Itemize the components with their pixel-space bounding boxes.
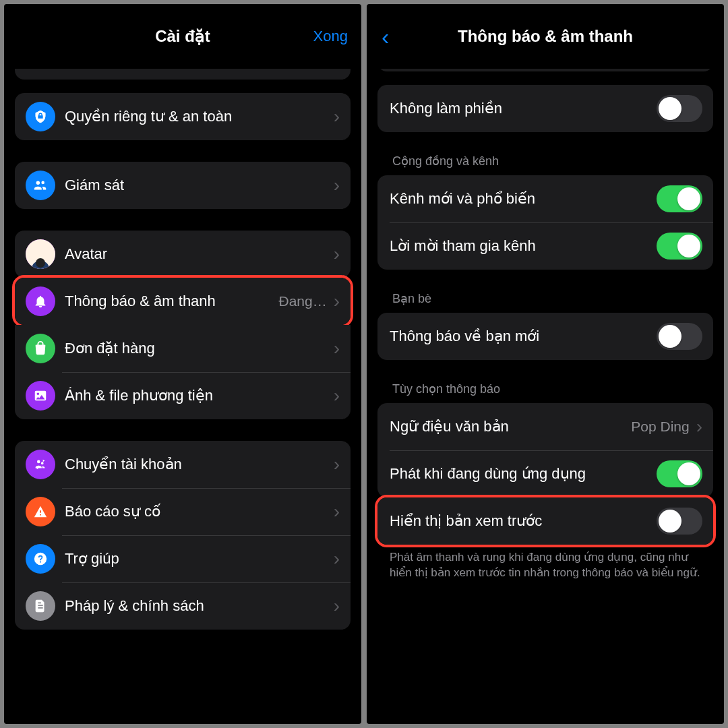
row-label: Ảnh & file phương tiện xyxy=(65,387,331,404)
section-header-community: Cộng đồng và kênh xyxy=(377,154,713,175)
row-orders[interactable]: Đơn đặt hàng › xyxy=(15,325,351,372)
chevron-right-icon: › xyxy=(334,548,340,570)
row-privacy[interactable]: Quyền riêng tư & an toàn › xyxy=(15,93,351,140)
group-peek xyxy=(15,69,351,80)
chevron-right-icon: › xyxy=(334,385,340,406)
row-dnd[interactable]: Không làm phiền xyxy=(377,85,713,132)
row-label: Trợ giúp xyxy=(65,550,331,568)
row-help[interactable]: Trợ giúp › xyxy=(15,535,351,582)
row-label: Đơn đặt hàng xyxy=(65,340,331,357)
settings-content: Quyền riêng tư & an toàn › Giám sát › xyxy=(4,69,361,724)
help-icon xyxy=(26,544,55,574)
image-icon xyxy=(26,381,55,411)
row-label: Avatar xyxy=(65,245,331,263)
row-label: Thông báo & âm thanh xyxy=(65,293,278,310)
row-in-app-sound[interactable]: Phát khi đang dùng ứng dụng xyxy=(377,450,713,497)
settings-group-privacy: Quyền riêng tư & an toàn › xyxy=(15,93,351,140)
row-label: Pháp lý & chính sách xyxy=(65,597,331,615)
chevron-right-icon: › xyxy=(334,501,340,522)
options-footer: Phát âm thanh và rung khi đang dùng ứng … xyxy=(377,545,713,581)
row-label: Giám sát xyxy=(65,177,331,194)
row-label: Hiển thị bản xem trước xyxy=(390,512,657,530)
row-report[interactable]: Báo cáo sự cố › xyxy=(15,488,351,535)
row-notifications[interactable]: Thông báo & âm thanh Đang… › xyxy=(15,278,351,325)
row-avatar[interactable]: Avatar › xyxy=(15,231,351,278)
settings-header: Cài đặt Xong xyxy=(4,4,361,69)
notifications-title: Thông báo & âm thanh xyxy=(458,27,633,46)
notifications-screen: ‹ Thông báo & âm thanh Không làm phiền C… xyxy=(367,4,724,724)
settings-screen: Cài đặt Xong Quyền riêng tư & an toàn › … xyxy=(4,4,361,724)
settings-group-preferences-2: Đơn đặt hàng › Ảnh & file phương tiện › xyxy=(15,325,351,419)
avatar-icon xyxy=(26,239,55,269)
people-icon xyxy=(26,171,55,200)
row-label: Phát khi đang dùng ứng dụng xyxy=(390,465,657,483)
toggle-channel-invites[interactable] xyxy=(657,233,702,260)
row-text-tone[interactable]: Ngữ điệu văn bản Pop Ding › xyxy=(377,403,713,450)
back-button[interactable]: ‹ xyxy=(382,25,389,48)
row-legal[interactable]: Pháp lý & chính sách › xyxy=(15,582,351,630)
chevron-right-icon: › xyxy=(334,106,340,127)
warning-icon xyxy=(26,497,55,526)
highlight-preview: Hiển thị bản xem trước xyxy=(375,495,716,547)
row-label: Báo cáo sự cố xyxy=(65,503,331,520)
group-options: Ngữ điệu văn bản Pop Ding › Phát khi đan… xyxy=(377,403,713,497)
document-icon xyxy=(26,591,55,621)
row-label: Chuyển tài khoản xyxy=(65,456,331,473)
settings-group-supervision: Giám sát › xyxy=(15,162,351,209)
row-detail: Đang… xyxy=(278,293,326,309)
row-media[interactable]: Ảnh & file phương tiện › xyxy=(15,372,351,419)
section-header-options: Tùy chọn thông báo xyxy=(377,382,713,403)
lock-icon xyxy=(26,102,55,131)
chevron-right-icon: › xyxy=(334,454,340,475)
chevron-right-icon: › xyxy=(334,595,340,617)
bag-icon xyxy=(26,334,55,363)
row-label: Thông báo về bạn mới xyxy=(390,328,657,345)
row-new-friend[interactable]: Thông báo về bạn mới xyxy=(377,313,713,360)
notifications-header: ‹ Thông báo & âm thanh xyxy=(367,4,724,69)
chevron-right-icon: › xyxy=(334,243,340,265)
settings-group-support: Chuyển tài khoản › Báo cáo sự cố › Trợ g… xyxy=(15,441,351,630)
group-friends: Thông báo về bạn mới xyxy=(377,313,713,360)
settings-title: Cài đặt xyxy=(155,27,210,46)
group-peek xyxy=(377,69,713,71)
highlight-notifications: Thông báo & âm thanh Đang… › xyxy=(12,275,353,328)
row-label: Quyền riêng tư & an toàn xyxy=(65,108,331,125)
row-label: Không làm phiền xyxy=(390,100,657,117)
bell-icon xyxy=(26,286,55,316)
chevron-right-icon: › xyxy=(334,175,340,196)
done-button[interactable]: Xong xyxy=(313,28,348,45)
toggle-dnd[interactable] xyxy=(657,95,702,122)
toggle-new-friend[interactable] xyxy=(657,323,702,350)
row-label: Lời mời tham gia kênh xyxy=(390,237,657,255)
switch-icon xyxy=(26,450,55,479)
row-label: Kênh mới và phổ biến xyxy=(390,190,657,208)
toggle-new-channels[interactable] xyxy=(657,185,702,212)
row-show-preview[interactable]: Hiển thị bản xem trước xyxy=(377,497,713,545)
group-dnd: Không làm phiền xyxy=(377,85,713,132)
chevron-right-icon: › xyxy=(334,338,340,359)
section-header-friends: Bạn bè xyxy=(377,291,713,313)
settings-group-preferences: Avatar › xyxy=(15,231,351,278)
row-supervision[interactable]: Giám sát › xyxy=(15,162,351,209)
toggle-preview[interactable] xyxy=(657,508,702,535)
chevron-right-icon: › xyxy=(334,291,340,312)
toggle-in-app[interactable] xyxy=(657,460,702,487)
row-switch-account[interactable]: Chuyển tài khoản › xyxy=(15,441,351,488)
notifications-content: Không làm phiền Cộng đồng và kênh Kênh m… xyxy=(367,69,724,724)
row-new-channels[interactable]: Kênh mới và phổ biến xyxy=(377,175,713,222)
row-channel-invites[interactable]: Lời mời tham gia kênh xyxy=(377,222,713,270)
row-detail: Pop Ding xyxy=(631,419,689,435)
chevron-right-icon: › xyxy=(696,416,702,437)
row-label: Ngữ điệu văn bản xyxy=(390,418,631,435)
group-community: Kênh mới và phổ biến Lời mời tham gia kê… xyxy=(377,175,713,270)
